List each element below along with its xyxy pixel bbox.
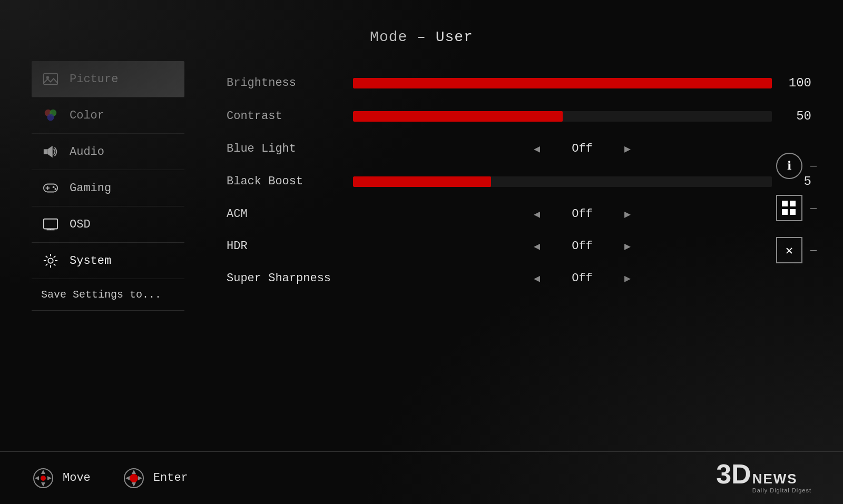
sidebar-audio-label: Audio — [70, 145, 104, 159]
svg-marker-19 — [35, 476, 39, 480]
blue-light-prev-button[interactable]: ◀ — [534, 142, 540, 155]
close-icon-row: ✕ — — [776, 237, 817, 263]
black-boost-slider-track[interactable] — [353, 176, 772, 187]
sidebar-osd-label: OSD — [70, 218, 91, 231]
sidebar-system-label: System — [70, 254, 111, 268]
enter-icon — [122, 467, 145, 490]
logo-news: NEWS — [752, 471, 811, 487]
acm-next-button[interactable]: ▶ — [624, 207, 631, 221]
svg-point-21 — [41, 476, 46, 481]
3dnews-logo: 3D NEWS Daily Digital Digest — [716, 460, 811, 493]
hdr-next-button[interactable]: ▶ — [624, 240, 631, 253]
system-icon — [41, 251, 60, 270]
svg-marker-17 — [41, 470, 45, 474]
super-sharpness-value: Off — [561, 272, 603, 285]
svg-marker-26 — [138, 476, 142, 480]
acm-label: ACM — [227, 207, 342, 221]
blue-light-control: ◀ Off ▶ — [353, 142, 811, 155]
bottom-bar: Move Enter 3D NEWS — [0, 451, 843, 504]
sidebar-picture-label: Picture — [70, 73, 118, 86]
acm-prev-button[interactable]: ◀ — [534, 207, 540, 221]
contrast-value: 50 — [780, 109, 811, 123]
sidebar-item-osd[interactable]: OSD — [32, 206, 184, 243]
sidebar-item-system[interactable]: System — [32, 243, 184, 279]
acm-value: Off — [561, 207, 603, 221]
brightness-slider-fill — [353, 78, 772, 88]
info-dash: — — [810, 160, 817, 172]
black-boost-slider-fill — [353, 176, 491, 187]
svg-point-10 — [53, 186, 55, 188]
contrast-slider-track[interactable] — [353, 111, 772, 122]
svg-rect-12 — [44, 219, 57, 229]
sidebar-item-color[interactable]: Color — [32, 97, 184, 134]
grid-icon-row: — — [776, 195, 817, 221]
svg-marker-18 — [41, 482, 45, 487]
close-dash: — — [810, 244, 817, 256]
contrast-row: Contrast 50 — [227, 100, 811, 133]
main-container: Picture Color A — [0, 61, 843, 311]
grid-4-icon — [782, 201, 797, 215]
svg-marker-25 — [125, 476, 130, 480]
sidebar-color-label: Color — [70, 109, 104, 122]
brightness-value: 100 — [780, 76, 811, 90]
sidebar: Picture Color A — [32, 61, 184, 311]
super-sharpness-next-button[interactable]: ▶ — [624, 272, 631, 285]
blue-light-row: Blue Light ◀ Off ▶ — [227, 133, 811, 165]
acm-row: ACM ◀ Off ▶ — [227, 198, 811, 230]
grid-button[interactable] — [776, 195, 802, 221]
svg-rect-0 — [44, 74, 57, 85]
svg-marker-6 — [47, 146, 52, 158]
page-title: Mode – User — [0, 0, 843, 61]
hdr-control: ◀ Off ▶ — [353, 240, 811, 253]
black-boost-label: Black Boost — [227, 175, 342, 188]
move-icon — [32, 467, 55, 490]
super-sharpness-row: Super Sharpness ◀ Off ▶ — [227, 262, 811, 294]
svg-marker-23 — [132, 470, 136, 474]
svg-point-11 — [55, 188, 57, 190]
hdr-value: Off — [561, 240, 603, 253]
contrast-slider-fill — [353, 111, 563, 122]
logo-tagline: Daily Digital Digest — [752, 487, 811, 493]
hdr-prev-button[interactable]: ◀ — [534, 240, 540, 253]
svg-point-15 — [48, 258, 53, 263]
info-button[interactable]: ℹ — [776, 153, 802, 179]
save-settings-button[interactable]: Save Settings to... — [32, 279, 184, 311]
blue-light-next-button[interactable]: ▶ — [624, 142, 631, 155]
enter-hint: Enter — [122, 467, 188, 490]
info-icon-row: ℹ — — [776, 153, 817, 179]
move-label: Move — [63, 471, 91, 485]
blue-light-value: Off — [561, 142, 603, 155]
contrast-label: Contrast — [227, 110, 342, 123]
super-sharpness-prev-button[interactable]: ◀ — [534, 272, 540, 285]
sidebar-gaming-label: Gaming — [70, 182, 111, 195]
grid-dash: — — [810, 202, 817, 214]
brightness-row: Brightness 100 — [227, 66, 811, 100]
logo-3d: 3D — [716, 460, 751, 488]
black-boost-control[interactable]: 5 — [353, 174, 811, 189]
close-button[interactable]: ✕ — [776, 237, 802, 263]
enter-label: Enter — [153, 471, 188, 485]
brightness-label: Brightness — [227, 76, 342, 90]
color-icon — [41, 106, 60, 125]
svg-rect-5 — [44, 149, 48, 154]
audio-icon — [41, 142, 60, 161]
osd-icon — [41, 215, 60, 234]
black-boost-row: Black Boost 5 — [227, 165, 811, 198]
settings-content: Brightness 100 Contrast 50 Blue Light ◀ — [227, 61, 811, 311]
brightness-control[interactable]: 100 — [353, 76, 811, 90]
gaming-icon — [41, 179, 60, 197]
svg-point-4 — [47, 114, 54, 121]
brightness-slider-track[interactable] — [353, 78, 772, 88]
right-icon-panel: ℹ — — ✕ — — [776, 153, 817, 263]
svg-point-27 — [130, 474, 138, 482]
hdr-row: HDR ◀ Off ▶ — [227, 230, 811, 262]
sidebar-item-gaming[interactable]: Gaming — [32, 170, 184, 206]
acm-control: ◀ Off ▶ — [353, 207, 811, 221]
move-hint: Move — [32, 467, 91, 490]
sidebar-item-audio[interactable]: Audio — [32, 134, 184, 170]
sidebar-item-picture[interactable]: Picture — [32, 61, 184, 97]
svg-marker-24 — [132, 482, 136, 487]
blue-light-label: Blue Light — [227, 142, 342, 155]
picture-icon — [41, 70, 60, 88]
contrast-control[interactable]: 50 — [353, 109, 811, 123]
